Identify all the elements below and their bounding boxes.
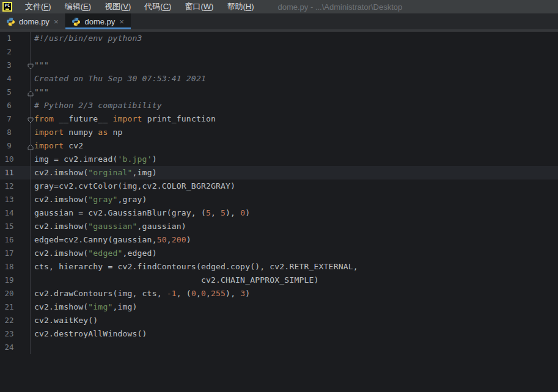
- code-line[interactable]: 7from __future__ import print_function: [0, 112, 558, 126]
- token-com: """: [34, 60, 49, 70]
- code-line[interactable]: 9import cv2: [0, 139, 558, 153]
- line-number[interactable]: 22: [0, 314, 18, 327]
- gutter[interactable]: 17: [0, 247, 31, 260]
- line-number[interactable]: 10: [0, 153, 18, 166]
- gutter[interactable]: 7: [0, 112, 31, 126]
- line-number[interactable]: 24: [0, 341, 18, 354]
- gutter[interactable]: 22: [0, 314, 31, 327]
- token-num: 0: [240, 208, 245, 217]
- line-number[interactable]: 5: [0, 85, 18, 99]
- line-number[interactable]: 14: [0, 206, 18, 220]
- gutter[interactable]: 18: [0, 260, 31, 274]
- menu-code[interactable]: 代码(C): [138, 0, 178, 13]
- code-line[interactable]: 22cv2.waitKey(): [0, 314, 558, 327]
- gutter[interactable]: 6: [0, 99, 31, 112]
- code-text: import numpy as np: [31, 126, 123, 139]
- line-number[interactable]: 6: [0, 99, 18, 112]
- gutter[interactable]: 9: [0, 139, 31, 153]
- gutter[interactable]: 19: [0, 274, 31, 287]
- gutter[interactable]: 23: [0, 327, 31, 341]
- fold-end-icon[interactable]: [26, 142, 35, 150]
- gutter[interactable]: 21: [0, 300, 31, 314]
- code-line[interactable]: 14gaussian = cv2.GaussianBlur(gray, (5, …: [0, 206, 558, 220]
- line-number[interactable]: 20: [0, 287, 18, 300]
- gutter[interactable]: 5: [0, 85, 31, 99]
- gutter[interactable]: 24: [0, 341, 31, 354]
- menu-window[interactable]: 窗口(W): [178, 0, 220, 13]
- line-number[interactable]: 19: [0, 274, 18, 287]
- code-line[interactable]: 16edged=cv2.Canny(gaussian,50,200): [0, 233, 558, 247]
- token-str: 'b.jpg': [117, 154, 152, 164]
- line-number[interactable]: 16: [0, 233, 18, 247]
- token-txt: cv2.imshow(: [34, 195, 88, 204]
- gutter[interactable]: 11: [0, 166, 31, 180]
- code-line[interactable]: 8import numpy as np: [0, 126, 558, 139]
- code-line[interactable]: 20cv2.drawContours(img, cts, -1, (0,0,25…: [0, 287, 558, 300]
- gutter[interactable]: 3: [0, 59, 31, 72]
- code-line[interactable]: 1#!/usr/bin/env python3: [0, 32, 558, 45]
- line-number[interactable]: 21: [0, 300, 18, 314]
- code-line[interactable]: 15cv2.imshow("gaussian",gaussian): [0, 220, 558, 233]
- gutter[interactable]: 13: [0, 193, 31, 206]
- fold-end-icon[interactable]: [26, 88, 35, 96]
- title-bar: PC 文件(F) 编辑(E) 视图(V) 代码(C) 窗口(W) 帮助(H) d…: [0, 0, 558, 13]
- gutter[interactable]: 8: [0, 126, 31, 139]
- fold-start-icon[interactable]: [26, 61, 35, 70]
- gutter[interactable]: 4: [0, 72, 31, 85]
- token-str: "gaussian": [88, 222, 137, 231]
- code-line[interactable]: 4Created on Thu Sep 30 07:53:41 2021: [0, 72, 558, 85]
- line-number[interactable]: 7: [0, 112, 18, 126]
- gutter[interactable]: 14: [0, 206, 31, 220]
- gutter[interactable]: 2: [0, 45, 31, 59]
- line-number[interactable]: 18: [0, 260, 18, 274]
- line-number[interactable]: 9: [0, 139, 18, 153]
- code-line[interactable]: 2: [0, 45, 558, 59]
- tab-dome-py-1[interactable]: dome.py ×: [0, 13, 65, 29]
- code-line[interactable]: 11cv2.imshow("orginal",img): [0, 166, 558, 180]
- token-txt: cv2.waitKey(): [34, 316, 98, 325]
- line-number[interactable]: 3: [0, 59, 18, 72]
- gutter[interactable]: 12: [0, 180, 31, 193]
- line-number[interactable]: 17: [0, 247, 18, 260]
- token-com: Created on Thu Sep 30 07:53:41 2021: [34, 74, 206, 83]
- code-line[interactable]: 19 cv2.CHAIN_APPROX_SIMPLE): [0, 274, 558, 287]
- tab-close-icon[interactable]: ×: [53, 18, 59, 26]
- line-number[interactable]: 8: [0, 126, 18, 139]
- gutter[interactable]: 20: [0, 287, 31, 300]
- gutter[interactable]: 16: [0, 233, 31, 247]
- menu-edit[interactable]: 编辑(E): [58, 0, 98, 13]
- menu-view[interactable]: 视图(V): [98, 0, 138, 13]
- code-line[interactable]: 18cts, hierarchy = cv2.findContours(edge…: [0, 260, 558, 274]
- line-number[interactable]: 13: [0, 193, 18, 206]
- line-number[interactable]: 4: [0, 72, 18, 85]
- tab-close-icon[interactable]: ×: [119, 18, 125, 26]
- gutter[interactable]: 1: [0, 32, 31, 45]
- line-number[interactable]: 11: [0, 166, 18, 180]
- code-line[interactable]: 3""": [0, 59, 558, 72]
- line-number[interactable]: 15: [0, 220, 18, 233]
- code-line[interactable]: 12gray=cv2.cvtColor(img,cv2.COLOR_BGR2GR…: [0, 180, 558, 193]
- line-number[interactable]: 23: [0, 327, 18, 341]
- tab-dome-py-2[interactable]: dome.py ×: [65, 13, 130, 29]
- line-number[interactable]: 1: [0, 32, 18, 45]
- menu-help[interactable]: 帮助(H): [220, 0, 260, 13]
- pycharm-app-icon: PC: [2, 2, 12, 12]
- fold-start-icon[interactable]: [26, 115, 35, 123]
- code-line[interactable]: 24: [0, 341, 558, 354]
- code-editor[interactable]: 1#!/usr/bin/env python323"""4Created on …: [0, 32, 558, 392]
- code-line[interactable]: 13cv2.imshow("gray",gray): [0, 193, 558, 206]
- line-number[interactable]: 2: [0, 45, 18, 59]
- code-line[interactable]: 23cv2.destroyAllWindows(): [0, 327, 558, 341]
- gutter[interactable]: 15: [0, 220, 31, 233]
- menu-file[interactable]: 文件(F): [18, 0, 58, 13]
- code-line[interactable]: 10img = cv2.imread('b.jpg'): [0, 153, 558, 166]
- token-txt: gray=cv2.cvtColor(img,cv2.COLOR_BGR2GRAY…: [34, 181, 235, 191]
- code-text: cv2.imshow("orginal",img): [31, 166, 157, 180]
- code-line[interactable]: 17cv2.imshow("edged",edged): [0, 247, 558, 260]
- code-line[interactable]: 5""": [0, 85, 558, 99]
- code-line[interactable]: 21cv2.imshow("img",img): [0, 300, 558, 314]
- token-num: 5: [221, 208, 226, 217]
- gutter[interactable]: 10: [0, 153, 31, 166]
- line-number[interactable]: 12: [0, 180, 18, 193]
- code-line[interactable]: 6# Python 2/3 compatibility: [0, 99, 558, 112]
